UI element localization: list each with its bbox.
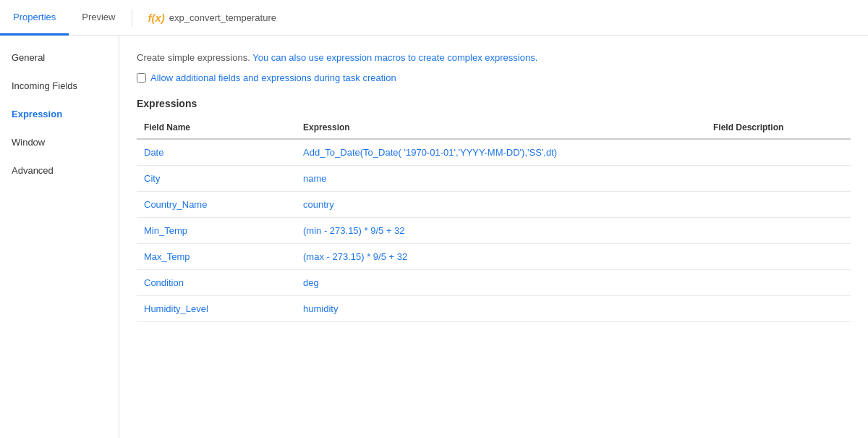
tab-preview-label: Preview (82, 12, 115, 22)
checkbox-label: Allow additional fields and expressions … (150, 72, 396, 83)
expressions-section-title: Expressions (137, 98, 851, 109)
allow-fields-checkbox[interactable] (137, 73, 146, 83)
sidebar-item-incoming-fields-label: Incoming Fields (12, 80, 77, 91)
table-row[interactable]: Humidity_Levelhumidity (137, 295, 851, 321)
table-cell-field-name[interactable]: Max_Temp (137, 243, 296, 269)
fx-tab-title: exp_convert_temperature (169, 12, 276, 23)
table-cell-field-name[interactable]: Min_Temp (137, 217, 296, 243)
sidebar-item-window[interactable]: Window (0, 128, 119, 156)
tab-properties-label: Properties (13, 12, 56, 22)
content-area: Create simple expressions. You can also … (119, 36, 868, 438)
table-cell-expression: country (296, 191, 706, 217)
table-cell-field-desc (706, 191, 851, 217)
col-header-expression: Expression (296, 118, 706, 139)
table-cell-field-name[interactable]: Condition (137, 269, 296, 295)
expressions-table: Field Name Expression Field Description … (137, 118, 851, 322)
checkbox-row: Allow additional fields and expressions … (137, 72, 851, 83)
table-cell-field-name[interactable]: Date (137, 139, 296, 166)
main-layout: General Incoming Fields Expression Windo… (0, 36, 868, 438)
table-row[interactable]: Country_Namecountry (137, 191, 851, 217)
table-cell-field-name[interactable]: Country_Name (137, 191, 296, 217)
description-link[interactable]: You can also use expression macros to cr… (252, 52, 537, 63)
description-static: Create simple expressions. (137, 52, 250, 63)
table-cell-field-desc (706, 295, 851, 321)
table-cell-field-desc (706, 243, 851, 269)
table-header-row: Field Name Expression Field Description (137, 118, 851, 139)
sidebar-item-expression[interactable]: Expression (0, 100, 119, 128)
table-cell-field-desc (706, 139, 851, 166)
fx-icon: f(x) (148, 12, 165, 24)
tab-divider (132, 9, 132, 27)
table-row[interactable]: Conditiondeg (137, 269, 851, 295)
table-cell-expression: name (296, 165, 706, 191)
col-header-field-name: Field Name (137, 118, 296, 139)
table-cell-field-name[interactable]: Humidity_Level (137, 295, 296, 321)
table-cell-field-desc (706, 217, 851, 243)
col-header-field-desc: Field Description (706, 118, 851, 139)
table-row[interactable]: DateAdd_To_Date(To_Date( '1970-01-01','Y… (137, 139, 851, 166)
table-cell-expression: Add_To_Date(To_Date( '1970-01-01','YYYY-… (296, 139, 706, 166)
sidebar-item-window-label: Window (12, 137, 45, 148)
sidebar-item-advanced-label: Advanced (12, 165, 54, 176)
sidebar-item-advanced[interactable]: Advanced (0, 156, 119, 185)
description-text: Create simple expressions. You can also … (137, 51, 851, 65)
fx-tab: f(x) exp_convert_temperature (135, 0, 289, 35)
sidebar-item-expression-label: Expression (12, 109, 62, 119)
table-row[interactable]: Max_Temp(max - 273.15) * 9/5 + 32 (137, 243, 851, 269)
table-cell-field-desc (706, 269, 851, 295)
sidebar-item-general-label: General (12, 52, 45, 63)
tab-bar: Properties Preview f(x) exp_convert_temp… (0, 0, 868, 36)
tab-properties[interactable]: Properties (0, 0, 69, 35)
sidebar-item-incoming-fields[interactable]: Incoming Fields (0, 72, 119, 100)
table-cell-expression: (max - 273.15) * 9/5 + 32 (296, 243, 706, 269)
sidebar: General Incoming Fields Expression Windo… (0, 36, 119, 438)
sidebar-item-general[interactable]: General (0, 43, 119, 72)
table-cell-expression: deg (296, 269, 706, 295)
table-cell-field-name[interactable]: City (137, 165, 296, 191)
table-row[interactable]: Cityname (137, 165, 851, 191)
table-cell-expression: humidity (296, 295, 706, 321)
tab-preview[interactable]: Preview (69, 0, 128, 35)
table-cell-field-desc (706, 165, 851, 191)
table-row[interactable]: Min_Temp(min - 273.15) * 9/5 + 32 (137, 217, 851, 243)
table-cell-expression: (min - 273.15) * 9/5 + 32 (296, 217, 706, 243)
